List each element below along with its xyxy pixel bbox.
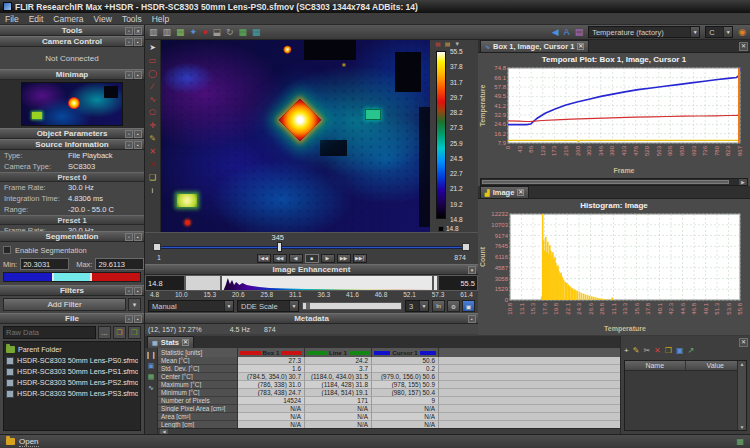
segment-mid[interactable] — [52, 273, 92, 281]
pipette-tool[interactable]: ✎ — [146, 133, 159, 145]
scrollbar-thumb[interactable] — [482, 180, 729, 184]
camera-control-header[interactable]: Camera Control ▫▪ — [0, 36, 144, 47]
delete-icon[interactable]: ✕ — [654, 347, 661, 355]
range-low-handle[interactable] — [220, 276, 222, 290]
polygon-tool[interactable]: ⬠ — [146, 107, 159, 119]
log-scale-button[interactable]: ln — [432, 300, 445, 312]
dde-slider-handle[interactable] — [306, 303, 310, 309]
status-right-icon[interactable]: ▦ — [736, 437, 744, 446]
save-props-icon[interactable]: ▣ — [676, 347, 684, 355]
refresh-icon[interactable]: ↻ — [226, 27, 234, 37]
slider-right-end[interactable] — [462, 243, 470, 251]
palette-grid-icon[interactable]: ▦ — [239, 27, 248, 37]
close-icon[interactable]: ✕ — [517, 189, 524, 196]
link-button[interactable]: ⚙ — [447, 300, 460, 312]
play-button[interactable]: ▶ — [321, 254, 335, 263]
scroll-down-icon[interactable]: ▼ — [740, 424, 745, 430]
plot-stats-icon[interactable]: ∿ — [148, 384, 154, 391]
palette-mini-icon[interactable]: ▤ — [435, 41, 441, 48]
copy-tool[interactable]: ❏ — [146, 172, 159, 184]
add-icon[interactable]: + — [624, 347, 629, 355]
close-icon[interactable]: ✕ — [182, 339, 189, 346]
panel-collapse-icon[interactable]: ▫ — [125, 38, 133, 46]
flip-icon[interactable]: ◀ — [552, 27, 559, 37]
cut-icon[interactable]: ✂ — [643, 347, 650, 355]
file-list-item[interactable]: HSDR-SC8303 50mm Lens-PS2.sfmov — [6, 377, 138, 388]
export-icon[interactable]: ↗ — [688, 347, 695, 355]
auto-adjust-button[interactable]: ▣ — [462, 300, 475, 312]
scrollbar-arrow-icon[interactable]: ▶ — [739, 179, 747, 185]
info-icon[interactable]: ◉ — [738, 27, 746, 37]
close-icon[interactable]: ✕ — [739, 42, 748, 51]
box-tool[interactable]: ▭ — [146, 55, 159, 67]
source-information-header[interactable]: Source Information ▫▪ — [0, 139, 144, 150]
line-tool[interactable]: ∕ — [146, 81, 159, 93]
scale-icon[interactable]: A — [564, 27, 570, 37]
open-props-icon[interactable]: ❒ — [665, 347, 672, 355]
file-list-item[interactable]: HSDR-SC8303 50mm Lens-PS3.sfmov — [6, 388, 138, 399]
panel-menu-icon[interactable]: ▪ — [134, 38, 142, 46]
thermal-image[interactable] — [161, 40, 430, 232]
scale-mode-select[interactable]: DDE Scale ▼ — [237, 300, 299, 312]
temporal-plot-chart[interactable]: 74.866.157.849.541.232.924.616.27.904386… — [478, 65, 746, 175]
stats-tab[interactable]: ▦ Stats ✕ — [147, 336, 194, 348]
file-header[interactable]: File ▫▪ — [0, 313, 144, 324]
seg-min-input[interactable] — [20, 258, 69, 270]
snowflake-icon[interactable]: ✦ — [190, 27, 198, 37]
temporal-scrollbar[interactable]: ▶ — [480, 178, 748, 186]
panel-collapse-icon[interactable]: ▫ — [125, 130, 133, 138]
stop-button[interactable]: ■ — [305, 254, 319, 263]
minimap-image[interactable] — [21, 82, 123, 126]
panel-collapse-icon[interactable]: ▫ — [125, 233, 133, 241]
panel-collapse-icon[interactable]: ▫ — [125, 315, 133, 323]
record-icon[interactable]: ● — [202, 27, 207, 37]
file-list-item[interactable]: HSDR-SC8303 50mm Lens-PS0.sfmov — [6, 355, 138, 366]
panel-pin-icon[interactable]: ▫ — [125, 27, 133, 35]
menu-tools[interactable]: Tools — [122, 14, 142, 24]
pause-stats-icon[interactable]: ❙❙ — [145, 351, 157, 358]
enable-segmentation-checkbox[interactable] — [3, 246, 11, 254]
frame-slider-track[interactable] — [157, 246, 466, 249]
scroll-up-icon[interactable]: ▲ — [740, 361, 745, 367]
metadata-header[interactable]: Metadata ▪ — [145, 313, 478, 324]
polyline-tool[interactable]: ∿ — [146, 94, 159, 106]
palette-icon[interactable]: ▤ — [575, 27, 584, 37]
colormap-select[interactable]: Temperature (factory) ▼ — [588, 26, 700, 38]
panel-menu-icon[interactable]: ▪ — [134, 287, 142, 295]
panel-menu-icon[interactable]: ▪ — [134, 315, 142, 323]
palette-grid2-icon[interactable]: ▦ — [252, 27, 261, 37]
temporal-tab[interactable]: ∿ Box 1, Image, Cursor 1 ✕ — [480, 40, 589, 52]
image-enhancement-header[interactable]: Image Enhancement ▾ — [145, 264, 478, 275]
filters-header[interactable]: Filters ▫▪ — [0, 285, 144, 296]
cursor-tool[interactable]: ➤ — [146, 42, 159, 54]
slider-left-end[interactable] — [153, 243, 161, 251]
camera-icon[interactable]: ⬓ — [213, 27, 222, 37]
panel-menu-icon[interactable]: ▪ — [134, 141, 142, 149]
open-link[interactable]: Open — [19, 437, 39, 447]
close-icon[interactable]: ✕ — [577, 43, 584, 50]
file-list-item[interactable]: HSDR-SC8303 50mm Lens-PS1.sfmov — [6, 366, 138, 377]
last-frame-button[interactable]: ▶▶| — [353, 254, 367, 263]
delete-all-tool[interactable]: ✕ — [146, 159, 159, 171]
mode-select[interactable]: Manual ▼ — [148, 300, 234, 312]
range-histogram[interactable] — [185, 275, 438, 291]
panel-collapse-icon[interactable]: ▫ — [125, 71, 133, 79]
open-folder-icon[interactable]: ❒ — [113, 326, 126, 339]
panel-menu-icon[interactable]: ▾ — [468, 266, 476, 274]
open-image-icon[interactable]: ▦ — [176, 27, 185, 37]
units-select[interactable]: C ▼ — [705, 26, 733, 38]
dde-slider[interactable] — [302, 302, 402, 310]
panel-menu-icon[interactable]: ▪ — [134, 71, 142, 79]
point-tool[interactable]: ✛ — [146, 120, 159, 132]
add-filter-button[interactable]: Add Filter — [3, 298, 126, 311]
menu-file[interactable]: File — [5, 14, 19, 24]
panel-close-icon[interactable]: ✕ — [134, 27, 142, 35]
close-icon[interactable]: ✕ — [739, 338, 748, 347]
properties-scrollbar[interactable]: ▲▼ — [737, 361, 746, 430]
menu-help[interactable]: Help — [152, 14, 169, 24]
image-stats-icon[interactable]: ▦ — [148, 373, 155, 380]
file-filter-input[interactable] — [3, 326, 96, 339]
frame-slider-handle[interactable] — [277, 242, 282, 252]
minimap-header[interactable]: Minimap ▫▪ — [0, 69, 144, 80]
browse-button[interactable]: ... — [98, 326, 111, 339]
